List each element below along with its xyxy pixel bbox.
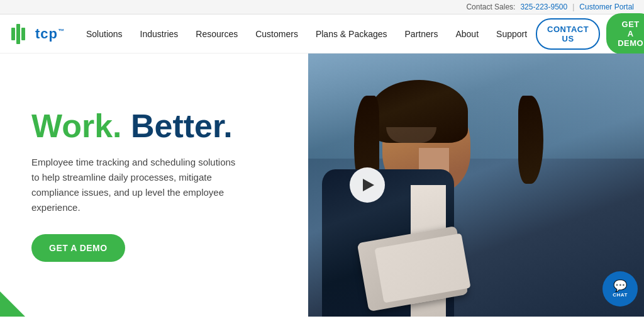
hero-left-panel: Work. Better. Employee time tracking and… xyxy=(0,54,308,317)
hero-headline-work: Work. xyxy=(31,108,122,144)
play-button[interactable] xyxy=(350,167,385,203)
hero-section: Work. Better. Employee time tracking and… xyxy=(0,54,644,317)
nav-plans[interactable]: Plans & Packages xyxy=(307,14,396,54)
logo-icon xyxy=(10,23,33,45)
nav-support[interactable]: Support xyxy=(487,14,536,54)
logo[interactable]: tcp™ xyxy=(10,23,65,45)
contact-sales-phone[interactable]: 325-223-9500 xyxy=(520,3,567,11)
top-bar: Contact Sales: 325-223-9500 | Customer P… xyxy=(0,0,644,14)
nav-solutions[interactable]: Solutions xyxy=(77,14,131,54)
logo-text: tcp™ xyxy=(35,26,65,42)
chat-icon: 💬 xyxy=(613,280,627,291)
nav-actions: CONTACT US GET A DEMO xyxy=(536,13,644,54)
chat-widget[interactable]: 💬 CHAT xyxy=(602,271,638,307)
customer-portal-link[interactable]: Customer Portal xyxy=(579,3,634,11)
contact-sales-label: Contact Sales: xyxy=(466,3,515,11)
nav-industries[interactable]: Industries xyxy=(131,14,187,54)
nav-items: Solutions Industries Resources Customers… xyxy=(77,14,536,54)
green-accent xyxy=(0,291,25,317)
svg-rect-2 xyxy=(21,28,25,40)
nav-customers[interactable]: Customers xyxy=(247,14,307,54)
nav-about[interactable]: About xyxy=(447,14,487,54)
contact-us-button[interactable]: CONTACT US xyxy=(536,18,600,50)
play-icon xyxy=(363,179,374,191)
svg-rect-1 xyxy=(16,24,20,44)
svg-rect-0 xyxy=(11,28,15,40)
hero-content: Work. Better. Employee time tracking and… xyxy=(31,108,283,261)
hero-headline-better: Better. xyxy=(122,108,233,144)
hero-subtext: Employee time tracking and scheduling so… xyxy=(31,155,245,215)
navbar: tcp™ Solutions Industries Resources Cust… xyxy=(0,14,644,54)
get-a-demo-button-hero[interactable]: GET A DEMO xyxy=(31,234,125,262)
nav-resources[interactable]: Resources xyxy=(187,14,247,54)
chat-label: CHAT xyxy=(613,292,628,298)
hero-headline: Work. Better. xyxy=(31,108,283,144)
get-a-demo-button-nav[interactable]: GET A DEMO xyxy=(606,13,644,54)
top-bar-separator: | xyxy=(572,3,574,11)
nav-partners[interactable]: Partners xyxy=(396,14,447,54)
